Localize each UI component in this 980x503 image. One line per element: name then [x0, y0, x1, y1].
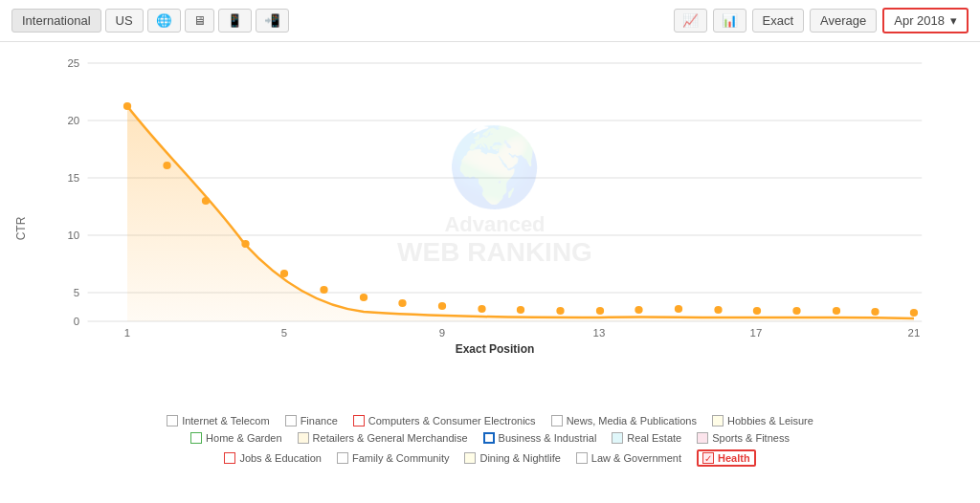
- legend-label-health: Health: [718, 452, 750, 464]
- data-point-5[interactable]: [280, 270, 288, 277]
- legend-item-internet-telecom[interactable]: Internet & Telecom: [167, 415, 270, 426]
- legend-row-2: Home & Garden Retailers & General Mercha…: [19, 432, 961, 444]
- svg-text:10: 10: [68, 230, 80, 241]
- legend-label-dining: Dining & Nightlife: [479, 452, 560, 464]
- svg-text:20: 20: [68, 115, 80, 126]
- tab-international[interactable]: International: [11, 9, 101, 33]
- svg-text:25: 25: [68, 57, 80, 69]
- legend-label-home-garden: Home & Garden: [206, 432, 281, 444]
- chevron-down-icon: ▾: [950, 13, 957, 28]
- svg-text:5: 5: [74, 287, 79, 298]
- legend-label-business: Business & Industrial: [499, 432, 597, 444]
- legend-box-jobs: [224, 452, 235, 464]
- legend-label-news: News, Media & Publications: [567, 415, 697, 426]
- data-point-8[interactable]: [398, 299, 406, 307]
- chart-area: CTR 🌍 Advanced WEB RANKING 25 20 15 10 5…: [0, 42, 980, 415]
- svg-text:17: 17: [750, 327, 763, 339]
- tablet-icon-btn[interactable]: 📱: [218, 9, 252, 33]
- legend-label-realestate: Real Estate: [627, 432, 681, 444]
- tab-us[interactable]: US: [105, 9, 144, 33]
- data-point-6[interactable]: [320, 286, 327, 294]
- legend-box-news: [551, 415, 563, 426]
- legend-box-hobbies: [712, 415, 724, 426]
- legend-item-news[interactable]: News, Media & Publications: [551, 415, 697, 426]
- legend-box-home-garden: [190, 432, 202, 444]
- legend-label-hobbies: Hobbies & Leisure: [727, 415, 813, 426]
- x-axis-label: Exact Position: [48, 342, 942, 356]
- legend-box-retailers: [298, 432, 309, 444]
- y-axis-label: CTR: [14, 217, 28, 241]
- data-point-16[interactable]: [714, 306, 722, 314]
- data-point-4[interactable]: [241, 240, 249, 248]
- bar-chart-btn[interactable]: 📊: [713, 9, 746, 33]
- data-point-20[interactable]: [871, 308, 879, 316]
- average-btn[interactable]: Average: [810, 9, 877, 33]
- globe-icon-btn[interactable]: 🌐: [147, 9, 181, 33]
- legend-label-jobs: Jobs & Education: [239, 452, 322, 464]
- chart-svg-container: 🌍 Advanced WEB RANKING 25 20 15 10 5 0 1…: [48, 52, 942, 339]
- data-point-7[interactable]: [360, 294, 368, 301]
- legend-item-finance[interactable]: Finance: [285, 415, 338, 426]
- svg-text:15: 15: [68, 172, 80, 184]
- legend-box-sports: [697, 432, 708, 444]
- data-point-3[interactable]: [202, 197, 210, 205]
- svg-text:13: 13: [593, 327, 606, 339]
- data-point-11[interactable]: [517, 306, 524, 314]
- mobile-icon-btn[interactable]: 📲: [256, 9, 289, 33]
- monitor-icon-btn[interactable]: 🖥: [185, 9, 214, 33]
- exact-btn[interactable]: Exact: [752, 9, 805, 33]
- legend-item-health[interactable]: ✓ Health: [697, 449, 756, 467]
- legend-item-dining[interactable]: Dining & Nightlife: [464, 452, 560, 464]
- legend-label-internet-telecom: Internet & Telecom: [182, 415, 270, 426]
- legend-item-retailers[interactable]: Retailers & General Merchandise: [298, 432, 468, 444]
- legend-row-3: Jobs & Education Family & Community Dini…: [19, 449, 961, 467]
- data-point-2[interactable]: [163, 162, 170, 169]
- legend-box-internet-telecom: [167, 415, 178, 426]
- area-chart-btn[interactable]: 📈: [674, 9, 707, 33]
- date-label: Apr 2018: [894, 13, 945, 28]
- svg-text:5: 5: [281, 327, 287, 339]
- legend-box-dining: [464, 452, 476, 464]
- legend-box-realestate: [612, 432, 623, 444]
- legend-box-finance: [285, 415, 297, 426]
- legend-label-retailers: Retailers & General Merchandise: [313, 432, 468, 444]
- legend-label-law: Law & Government: [591, 452, 681, 464]
- legend-item-family[interactable]: Family & Community: [337, 452, 449, 464]
- legend-item-sports[interactable]: Sports & Fitness: [697, 432, 790, 444]
- data-point-14[interactable]: [635, 306, 642, 314]
- data-point-12[interactable]: [556, 307, 564, 315]
- svg-text:21: 21: [908, 327, 921, 339]
- data-point-19[interactable]: [833, 307, 840, 315]
- data-point-21[interactable]: [910, 309, 918, 317]
- legend-item-business[interactable]: Business & Industrial: [483, 432, 597, 444]
- legend-box-computers: [353, 415, 365, 426]
- legend-row-1: Internet & Telecom Finance Computers & C…: [19, 415, 961, 426]
- data-point-1[interactable]: [123, 102, 131, 110]
- svg-text:1: 1: [124, 327, 130, 339]
- chart-svg: 25 20 15 10 5 0 1 5 9 13 17 21: [48, 52, 942, 339]
- legend-item-hobbies[interactable]: Hobbies & Leisure: [712, 415, 813, 426]
- legend-item-law[interactable]: Law & Government: [576, 452, 681, 464]
- data-point-18[interactable]: [792, 307, 800, 315]
- chart-area-fill: [127, 106, 914, 321]
- legend: Internet & Telecom Finance Computers & C…: [0, 415, 980, 478]
- date-selector[interactable]: Apr 2018 ▾: [882, 8, 969, 33]
- legend-box-business: [483, 432, 495, 444]
- data-point-9[interactable]: [438, 302, 446, 310]
- legend-item-computers[interactable]: Computers & Consumer Electronics: [353, 415, 536, 426]
- legend-box-health: ✓: [702, 452, 714, 464]
- legend-item-realestate[interactable]: Real Estate: [612, 432, 681, 444]
- data-point-10[interactable]: [478, 305, 485, 313]
- data-point-13[interactable]: [596, 307, 604, 315]
- legend-box-family: [337, 452, 348, 464]
- legend-item-home-garden[interactable]: Home & Garden: [190, 432, 281, 444]
- legend-box-law: [576, 452, 588, 464]
- data-point-15[interactable]: [675, 305, 682, 313]
- header-left: International US 🌐 🖥 📱 📲: [11, 9, 289, 33]
- header-right: 📈 📊 Exact Average Apr 2018 ▾: [674, 8, 969, 33]
- svg-text:9: 9: [439, 327, 445, 339]
- legend-label-finance: Finance: [301, 415, 338, 426]
- legend-label-computers: Computers & Consumer Electronics: [368, 415, 536, 426]
- legend-item-jobs[interactable]: Jobs & Education: [224, 452, 322, 464]
- data-point-17[interactable]: [753, 307, 761, 315]
